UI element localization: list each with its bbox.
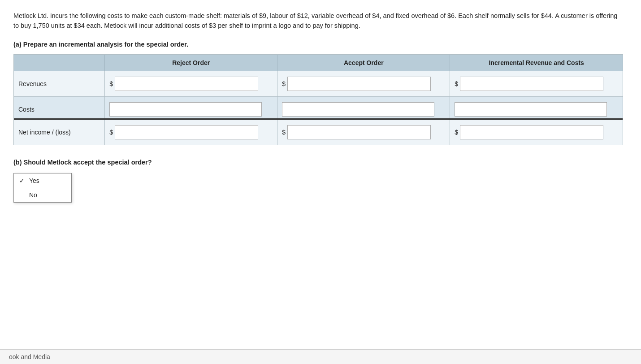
dollar-sign-revenues-accept: $	[282, 80, 286, 87]
part-a-label: (a) Prepare an incremental analysis for …	[13, 41, 628, 48]
dollar-sign-net-incremental: $	[455, 129, 458, 136]
dollar-sign-net-reject: $	[109, 129, 113, 136]
dropdown-item-no[interactable]: No	[14, 188, 71, 202]
header-accept-order: Accept Order	[277, 55, 450, 71]
dropdown-box[interactable]: ✓ Yes No	[13, 173, 72, 203]
costs-incremental-input[interactable]	[455, 102, 607, 117]
table-header-row: Reject Order Accept Order Incremental Re…	[14, 55, 623, 71]
revenues-accept-cell: $	[277, 71, 450, 96]
costs-accept-cell	[277, 96, 450, 119]
costs-incremental-cell	[450, 96, 623, 119]
intro-text: Metlock Ltd. incurs the following costs …	[13, 11, 623, 31]
yes-label: Yes	[29, 177, 39, 184]
net-income-row: Net income / (loss) $ $ $	[14, 119, 623, 145]
no-label: No	[29, 191, 37, 199]
yes-checkmark: ✓	[19, 177, 26, 184]
net-income-incremental-cell: $	[450, 119, 623, 145]
costs-row: Costs	[14, 96, 623, 119]
header-incremental: Incremental Revenue and Costs	[450, 55, 623, 71]
costs-label: Costs	[14, 96, 105, 119]
net-income-reject-cell: $	[105, 119, 277, 145]
net-income-label: Net income / (loss)	[14, 119, 105, 145]
footer-text: ook and Media	[9, 353, 50, 360]
costs-reject-input[interactable]	[109, 102, 262, 117]
header-reject-order: Reject Order	[105, 55, 277, 71]
dollar-sign-revenues-reject: $	[109, 80, 113, 87]
dropdown-item-yes[interactable]: ✓ Yes	[14, 173, 71, 188]
costs-accept-input[interactable]	[282, 102, 434, 117]
revenues-reject-cell: $	[105, 71, 277, 96]
dollar-sign-net-accept: $	[282, 129, 286, 136]
revenues-incremental-cell: $	[450, 71, 623, 96]
net-income-accept-input[interactable]	[287, 125, 431, 139]
revenues-incremental-input[interactable]	[460, 77, 603, 91]
net-income-reject-input[interactable]	[115, 125, 258, 139]
revenues-label: Revenues	[14, 71, 105, 96]
net-income-accept-cell: $	[277, 119, 450, 145]
footer-bar: ook and Media	[0, 349, 641, 364]
part-b-label: (b) Should Metlock accept the special or…	[13, 159, 628, 166]
revenues-reject-input[interactable]	[115, 77, 258, 91]
costs-reject-cell	[105, 96, 277, 119]
net-income-incremental-input[interactable]	[460, 125, 603, 139]
revenues-accept-input[interactable]	[287, 77, 431, 91]
incremental-analysis-table: Reject Order Accept Order Incremental Re…	[13, 54, 623, 145]
dollar-sign-revenues-incremental: $	[455, 80, 458, 87]
revenues-row: Revenues $ $ $	[14, 71, 623, 96]
header-label-col	[14, 55, 105, 71]
yes-no-dropdown[interactable]: ✓ Yes No	[13, 173, 72, 203]
